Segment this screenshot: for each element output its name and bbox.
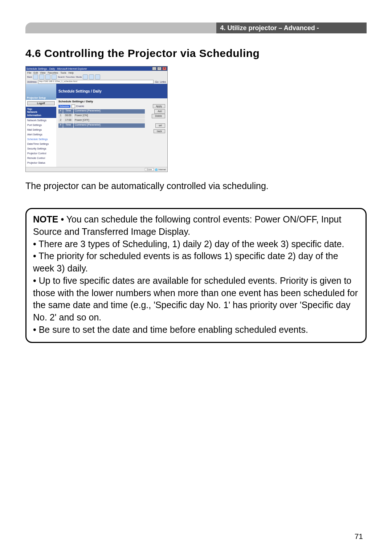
status-zone: Internet bbox=[159, 168, 166, 171]
sidebar-item-alert-settings[interactable]: Alert Settings bbox=[26, 132, 56, 137]
menu-item[interactable]: Favorites bbox=[48, 71, 58, 74]
menu-item[interactable]: Edit bbox=[33, 71, 38, 74]
sidebar-item-security-settings[interactable]: Security Settings bbox=[26, 146, 56, 151]
sidebar-item-mail-settings[interactable]: Mail Settings bbox=[26, 127, 56, 132]
table-row: 1 08:00 Power [ON] Delete bbox=[58, 114, 165, 118]
print-icon[interactable] bbox=[95, 74, 100, 79]
stop-icon[interactable] bbox=[39, 74, 44, 79]
cell-num: 1 bbox=[58, 114, 63, 118]
window-controls: _ □ X bbox=[152, 67, 167, 70]
status-bar: Done 🌐 Internet bbox=[26, 167, 167, 172]
menu-item[interactable]: Help bbox=[69, 71, 74, 74]
header-spacer bbox=[25, 23, 216, 33]
mail-icon[interactable] bbox=[89, 74, 94, 79]
main-subtitle: Schedule Settings / Daily bbox=[58, 100, 165, 103]
screenshot: Schedule Settings - Daily - Microsoft In… bbox=[25, 66, 168, 172]
minimize-icon[interactable]: _ bbox=[152, 67, 156, 70]
sidebar-item-schedule-settings[interactable]: Schedule Settings bbox=[26, 137, 56, 142]
media-button[interactable]: Media bbox=[76, 76, 82, 78]
table-footer: # Time Command [Parameter] set bbox=[58, 123, 165, 128]
col-cmd: Command [Parameter] bbox=[74, 109, 145, 114]
apply-button[interactable]: Apply bbox=[153, 104, 165, 108]
menu-item[interactable]: View bbox=[40, 71, 45, 74]
menu-item[interactable]: File bbox=[27, 71, 31, 74]
menu-item[interactable]: Tools bbox=[60, 71, 66, 74]
links-label[interactable]: Links bbox=[160, 81, 166, 83]
enable-checkbox[interactable] bbox=[72, 105, 75, 108]
back-button[interactable]: Back bbox=[27, 76, 32, 78]
sidebar-item-date-time-settings[interactable]: Date/Time Settings bbox=[26, 142, 56, 146]
note-line-1: • You can schedule the following control… bbox=[33, 214, 341, 237]
cell-cmd: Power [ON] bbox=[74, 114, 145, 118]
col-cmd: Command [Parameter] bbox=[74, 123, 145, 128]
main-title: Schedule Settings / Daily bbox=[56, 84, 167, 98]
add-button[interactable]: Add bbox=[154, 109, 165, 114]
table-row: 2 17:00 Power [OFF] bbox=[58, 119, 165, 123]
intro-text: The projector can be automatically contr… bbox=[25, 181, 367, 191]
sidebar-top-block[interactable]: Top: Network Information bbox=[26, 107, 56, 118]
section-title: 4.6 Controlling the Projector via Schedu… bbox=[25, 47, 367, 60]
table-header: # Time Command [Parameter] Add bbox=[58, 109, 165, 114]
window-title: Schedule Settings - Daily - Microsoft In… bbox=[26, 68, 87, 70]
cell-cmd: Power [OFF] bbox=[74, 119, 145, 123]
sidebar: Projector Setup Logoff Top: Network Info… bbox=[26, 84, 56, 167]
set-button[interactable]: set bbox=[155, 123, 165, 128]
close-icon[interactable]: X bbox=[162, 67, 167, 70]
header-bar: 4. Utilize projector – Advanced - bbox=[25, 23, 367, 33]
address-input[interactable]: http://192.168.1.10/ac_1_schedule.html bbox=[38, 80, 154, 84]
window-titlebar: Schedule Settings - Daily - Microsoft In… bbox=[26, 66, 167, 71]
address-bar: Address http://192.168.1.10/ac_1_schedul… bbox=[26, 79, 167, 84]
note-line-5: • Be sure to set the date and time befor… bbox=[33, 324, 308, 335]
sidebar-item-network-settings[interactable]: Network Settings bbox=[26, 118, 56, 123]
page-number: 71 bbox=[355, 532, 363, 541]
cell-time: 17:00 bbox=[63, 119, 74, 123]
sidebar-item-port-settings[interactable]: Port Settings bbox=[26, 123, 56, 127]
back-button[interactable]: back bbox=[154, 129, 165, 133]
home-icon[interactable] bbox=[52, 74, 57, 79]
cell-num: 2 bbox=[58, 119, 63, 123]
schedule-tag: Schedule bbox=[58, 105, 70, 108]
forward-icon[interactable] bbox=[33, 74, 38, 79]
note-label: NOTE bbox=[33, 214, 58, 224]
sidebar-item-remote-control[interactable]: Remote Control bbox=[26, 156, 56, 160]
col-time: Time bbox=[63, 123, 74, 128]
status-done: Done bbox=[145, 168, 154, 171]
note-box: NOTE • You can schedule the following co… bbox=[25, 208, 367, 343]
address-label: Address bbox=[27, 81, 37, 83]
cell-time: 08:00 bbox=[63, 114, 74, 118]
enable-label: Enable bbox=[76, 105, 84, 107]
go-button[interactable]: Go bbox=[155, 81, 158, 83]
favorites-button[interactable]: Favorites bbox=[66, 76, 75, 78]
main-panel: Schedule Settings / Daily Schedule Setti… bbox=[56, 84, 167, 167]
logoff-button[interactable]: Logoff bbox=[27, 101, 55, 105]
note-line-4: • Up to five specific dates are availabl… bbox=[33, 275, 358, 322]
sidebar-item-projector-control[interactable]: Projector Control bbox=[26, 151, 56, 156]
col-time: Time bbox=[63, 109, 74, 114]
menu-bar: File Edit View Favorites Tools Help bbox=[26, 71, 167, 74]
sidebar-item-projector-status[interactable]: Projector Status bbox=[26, 160, 56, 165]
toolbar: Back Search Favorites Media bbox=[26, 74, 167, 79]
history-icon[interactable] bbox=[83, 74, 88, 79]
note-line-3: • The priority for scheduled events is a… bbox=[33, 251, 338, 273]
refresh-icon[interactable] bbox=[45, 74, 50, 79]
breadcrumb: 4. Utilize projector – Advanced - bbox=[216, 23, 367, 33]
maximize-icon[interactable]: □ bbox=[157, 67, 162, 70]
delete-button[interactable]: Delete bbox=[152, 114, 165, 118]
note-line-2: • There are 3 types of Scheduling, 1) da… bbox=[33, 239, 344, 249]
search-button[interactable]: Search bbox=[58, 76, 65, 78]
globe-icon: 🌐 bbox=[155, 168, 158, 171]
sidebar-brand: Projector Setup bbox=[26, 84, 56, 100]
col-num: # bbox=[58, 109, 63, 114]
col-num: # bbox=[58, 123, 63, 128]
